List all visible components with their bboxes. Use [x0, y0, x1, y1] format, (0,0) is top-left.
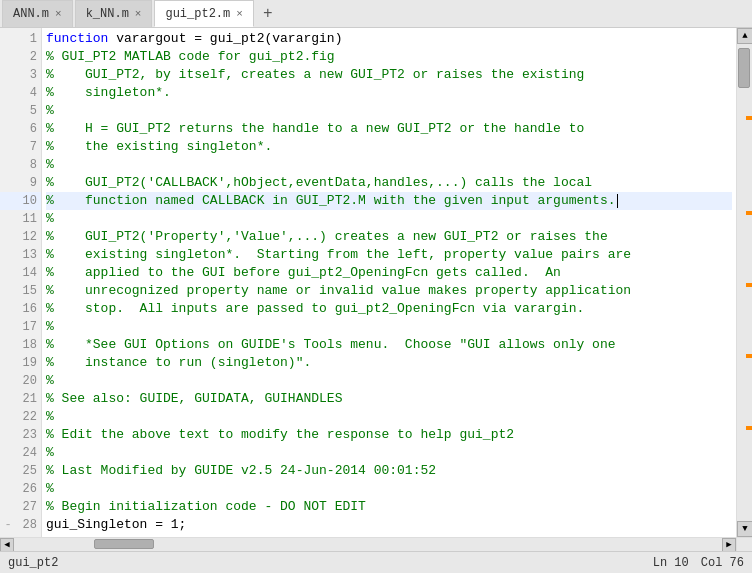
status-ln: Ln 10 — [653, 556, 689, 570]
code-line-7[interactable]: % the existing singleton*. — [46, 138, 732, 156]
line-numbers: 1234567891011121314151617181920212223242… — [0, 28, 42, 537]
vertical-scrollbar[interactable]: ▲ ▼ — [736, 28, 752, 537]
line-number-row-17: 17 — [0, 318, 41, 336]
line-number-row-27: 27 — [0, 498, 41, 516]
code-segment: function — [46, 31, 108, 46]
code-line-23[interactable]: % Edit the above text to modify the resp… — [46, 426, 732, 444]
line-number-row-28: -28 — [0, 516, 41, 534]
code-segment: % — [46, 319, 54, 334]
tab-knn[interactable]: k_NN.m× — [75, 0, 153, 27]
line-num-18: 18 — [13, 338, 37, 352]
code-line-13[interactable]: % existing singleton*. Starting from the… — [46, 246, 732, 264]
line-number-row-5: 5 — [0, 102, 41, 120]
code-line-24[interactable]: % — [46, 444, 732, 462]
code-segment: % GUI_PT2, by itself, creates a new GUI_… — [46, 67, 584, 82]
code-line-21[interactable]: % See also: GUIDE, GUIDATA, GUIHANDLES — [46, 390, 732, 408]
code-segment: % — [46, 481, 54, 496]
code-segment: % — [46, 409, 54, 424]
line-number-row-20: 20 — [0, 372, 41, 390]
status-bar: gui_pt2 Ln 10 Col 76 — [0, 551, 752, 573]
code-content[interactable]: function varargout = gui_pt2(varargin)% … — [42, 28, 736, 537]
code-line-2[interactable]: % GUI_PT2 MATLAB code for gui_pt2.fig — [46, 48, 732, 66]
line-number-row-16: 16 — [0, 300, 41, 318]
scroll-left-button[interactable]: ◀ — [0, 538, 14, 552]
code-segment: % Edit the above text to modify the resp… — [46, 427, 514, 442]
code-line-25[interactable]: % Last Modified by GUIDE v2.5 24-Jun-201… — [46, 462, 732, 480]
code-line-12[interactable]: % GUI_PT2('Property','Value',...) create… — [46, 228, 732, 246]
code-line-4[interactable]: % singleton*. — [46, 84, 732, 102]
status-col: Col 76 — [701, 556, 744, 570]
code-segment: % Begin initialization code - DO NOT EDI… — [46, 499, 366, 514]
line-num-7: 7 — [13, 140, 37, 154]
code-line-1[interactable]: function varargout = gui_pt2(varargin) — [46, 30, 732, 48]
line-number-row-4: 4 — [0, 84, 41, 102]
code-line-19[interactable]: % instance to run (singleton)". — [46, 354, 732, 372]
line-number-row-11: 11 — [0, 210, 41, 228]
code-line-9[interactable]: % GUI_PT2('CALLBACK',hObject,eventData,h… — [46, 174, 732, 192]
line-number-row-3: 3 — [0, 66, 41, 84]
line-num-13: 13 — [13, 248, 37, 262]
line-number-row-21: 21 — [0, 390, 41, 408]
code-line-10[interactable]: % function named CALLBACK in GUI_PT2.M w… — [46, 192, 732, 210]
code-line-20[interactable]: % — [46, 372, 732, 390]
orange-marker-4 — [746, 426, 752, 430]
line-num-24: 24 — [13, 446, 37, 460]
line-num-9: 9 — [13, 176, 37, 190]
scroll-up-button[interactable]: ▲ — [737, 28, 752, 44]
tab-close-ann[interactable]: × — [55, 8, 62, 20]
tab-close-gui[interactable]: × — [236, 8, 243, 20]
code-segment: % GUI_PT2('Property','Value',...) create… — [46, 229, 608, 244]
code-line-3[interactable]: % GUI_PT2, by itself, creates a new GUI_… — [46, 66, 732, 84]
code-line-28[interactable]: gui_Singleton = 1; — [46, 516, 732, 534]
line-num-26: 26 — [13, 482, 37, 496]
code-line-27[interactable]: % Begin initialization code - DO NOT EDI… — [46, 498, 732, 516]
code-line-26[interactable]: % — [46, 480, 732, 498]
code-line-17[interactable]: % — [46, 318, 732, 336]
code-segment: % Last Modified by GUIDE v2.5 24-Jun-201… — [46, 463, 436, 478]
code-segment: % See also: GUIDE, GUIDATA, GUIHANDLES — [46, 391, 342, 406]
line-num-12: 12 — [13, 230, 37, 244]
scroll-down-button[interactable]: ▼ — [737, 521, 752, 537]
code-segment: % — [46, 157, 54, 172]
tab-gui[interactable]: gui_pt2.m× — [154, 0, 253, 27]
line-num-1: 1 — [13, 32, 37, 46]
editor-area: 1234567891011121314151617181920212223242… — [0, 28, 752, 537]
code-line-14[interactable]: % applied to the GUI before gui_pt2_Open… — [46, 264, 732, 282]
line-num-28: 28 — [13, 518, 37, 532]
line-num-3: 3 — [13, 68, 37, 82]
code-segment: % applied to the GUI before gui_pt2_Open… — [46, 265, 561, 280]
code-line-8[interactable]: % — [46, 156, 732, 174]
line-dash-28: - — [3, 518, 13, 532]
code-line-6[interactable]: % H = GUI_PT2 returns the handle to a ne… — [46, 120, 732, 138]
hscroll-thumb[interactable] — [94, 539, 154, 549]
status-right: Ln 10 Col 76 — [653, 556, 744, 570]
line-number-row-19: 19 — [0, 354, 41, 372]
code-line-5[interactable]: % — [46, 102, 732, 120]
scroll-corner — [736, 537, 752, 551]
code-line-16[interactable]: % stop. All inputs are passed to gui_pt2… — [46, 300, 732, 318]
line-number-row-1: 1 — [0, 30, 41, 48]
orange-marker-2 — [746, 283, 752, 287]
line-num-20: 20 — [13, 374, 37, 388]
status-left: gui_pt2 — [8, 556, 58, 570]
hscroll-track[interactable] — [14, 538, 722, 551]
code-segment: % — [46, 103, 54, 118]
code-line-18[interactable]: % *See GUI Options on GUIDE's Tools menu… — [46, 336, 732, 354]
line-number-row-26: 26 — [0, 480, 41, 498]
line-number-row-12: 12 — [0, 228, 41, 246]
code-line-15[interactable]: % unrecognized property name or invalid … — [46, 282, 732, 300]
scroll-track[interactable] — [737, 44, 752, 521]
code-segment: % existing singleton*. Starting from the… — [46, 247, 631, 262]
code-segment: % function named CALLBACK in GUI_PT2.M w… — [46, 193, 616, 208]
tab-ann[interactable]: ANN.m× — [2, 0, 73, 27]
tab-close-knn[interactable]: × — [135, 8, 142, 20]
line-number-row-2: 2 — [0, 48, 41, 66]
hscroll-row: ◀ ▶ — [0, 537, 752, 551]
add-tab-button[interactable]: + — [256, 3, 280, 25]
status-filename: gui_pt2 — [8, 556, 58, 570]
scroll-right-button[interactable]: ▶ — [722, 538, 736, 552]
horizontal-scrollbar[interactable]: ◀ ▶ — [0, 537, 736, 551]
tab-bar: ANN.m×k_NN.m×gui_pt2.m× + — [0, 0, 752, 28]
code-line-22[interactable]: % — [46, 408, 732, 426]
code-line-11[interactable]: % — [46, 210, 732, 228]
